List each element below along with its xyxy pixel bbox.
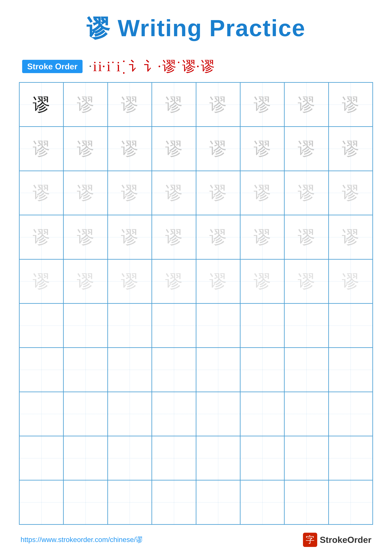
grid-cell-2-7: 谬	[328, 171, 373, 215]
grid-cell-0-6: 谬	[284, 82, 328, 127]
cell-char-3-1: 谬	[77, 228, 94, 246]
grid-cell-5-0	[19, 303, 64, 348]
logo-text: StrokeOrder	[320, 535, 371, 545]
grid-cell-4-7: 谬	[328, 259, 373, 303]
grid-cell-7-2	[108, 392, 152, 436]
cell-char-2-7: 谬	[342, 184, 359, 202]
grid-cell-9-7	[328, 480, 373, 524]
grid-cell-6-1	[64, 348, 107, 392]
grid-cell-6-3	[152, 348, 196, 392]
cell-char-0-2: 谬	[121, 96, 138, 113]
stroke-8: 谬˙	[162, 57, 181, 76]
stroke-4: i˙	[107, 58, 115, 74]
grid-cell-9-1	[64, 480, 107, 524]
cell-char-0-6: 谬	[298, 96, 315, 113]
cell-char-3-6: 谬	[298, 228, 315, 246]
cell-char-1-4: 谬	[209, 140, 227, 157]
grid-cell-3-7: 谬	[328, 215, 373, 259]
grid-cell-6-0	[19, 348, 64, 392]
grid-cell-8-7	[328, 436, 373, 480]
stroke-9: 谬·	[182, 57, 200, 76]
grid-cell-4-0: 谬	[19, 259, 64, 303]
grid-cell-1-2: 谬	[108, 127, 152, 171]
grid-cell-1-0: 谬	[19, 127, 64, 171]
grid-cell-0-7: 谬	[328, 82, 373, 127]
grid-cell-9-3	[152, 480, 196, 524]
grid-cell-3-1: 谬	[64, 215, 107, 259]
grid-cell-0-5: 谬	[240, 82, 284, 127]
grid-cell-5-5	[240, 303, 284, 348]
grid-cell-8-2	[108, 436, 152, 480]
grid-cell-9-5	[240, 480, 284, 524]
cell-char-4-6: 谬	[298, 273, 315, 290]
grid-cell-0-2: 谬	[108, 82, 152, 127]
cell-char-3-3: 谬	[165, 228, 183, 246]
practice-grid: 谬谬谬谬谬谬谬谬谬谬谬谬谬谬谬谬谬谬谬谬谬谬谬谬谬谬谬谬谬谬谬谬谬谬谬谬谬谬谬谬	[19, 82, 373, 525]
grid-cell-9-4	[196, 480, 240, 524]
grid-cell-6-4	[196, 348, 240, 392]
cell-char-3-4: 谬	[209, 228, 227, 246]
grid-cell-5-3	[152, 303, 196, 348]
grid-cell-5-7	[328, 303, 373, 348]
grid-cell-7-4	[196, 392, 240, 436]
stroke-1: ·	[89, 60, 92, 73]
grid-cell-1-5: 谬	[240, 127, 284, 171]
cell-char-3-2: 谬	[121, 228, 138, 246]
cell-char-2-1: 谬	[77, 184, 94, 202]
grid-cell-4-3: 谬	[152, 259, 196, 303]
grid-cell-4-5: 谬	[240, 259, 284, 303]
grid-cell-3-0: 谬	[19, 215, 64, 259]
cell-char-2-6: 谬	[298, 184, 315, 202]
cell-char-2-5: 谬	[254, 184, 271, 202]
grid-cell-5-6	[284, 303, 328, 348]
cell-char-1-0: 谬	[33, 140, 50, 157]
grid-cell-3-2: 谬	[108, 215, 152, 259]
stroke-order-row: Stroke Order · i i· i˙ i˙̣ 讠 讠· 谬˙ 谬· 谬	[19, 57, 373, 76]
grid-cell-2-1: 谬	[64, 171, 107, 215]
grid-cell-4-1: 谬	[64, 259, 107, 303]
stroke-2: i	[93, 58, 97, 74]
grid-cell-8-1	[64, 436, 107, 480]
cell-char-1-3: 谬	[165, 140, 183, 157]
cell-char-3-5: 谬	[254, 228, 271, 246]
grid-cell-3-3: 谬	[152, 215, 196, 259]
grid-cell-1-7: 谬	[328, 127, 373, 171]
cell-char-0-3: 谬	[165, 96, 183, 113]
grid-cell-4-6: 谬	[284, 259, 328, 303]
page-title: 谬 Writing Practice	[86, 13, 306, 44]
stroke-3: i·	[98, 58, 105, 74]
cell-char-2-0: 谬	[33, 184, 50, 202]
cell-char-0-5: 谬	[254, 96, 271, 113]
cell-char-4-2: 谬	[121, 273, 138, 290]
stroke-order-chars: · i i· i˙ i˙̣ 讠 讠· 谬˙ 谬· 谬	[89, 57, 215, 76]
cell-char-1-7: 谬	[342, 140, 359, 157]
grid-cell-7-1	[64, 392, 107, 436]
footer-logo: 字 StrokeOrder	[303, 533, 371, 547]
footer-url: https://www.strokeorder.com/chinese/谬	[21, 535, 143, 544]
grid-cell-1-3: 谬	[152, 127, 196, 171]
grid-cell-8-4	[196, 436, 240, 480]
grid-cell-8-6	[284, 436, 328, 480]
cell-char-0-7: 谬	[342, 96, 359, 113]
stroke-order-badge: Stroke Order	[22, 60, 83, 73]
grid-cell-0-0: 谬	[19, 82, 64, 127]
grid-cell-7-6	[284, 392, 328, 436]
grid-cell-6-6	[284, 348, 328, 392]
grid-cell-2-6: 谬	[284, 171, 328, 215]
grid-cell-5-2	[108, 303, 152, 348]
grid-cell-3-6: 谬	[284, 215, 328, 259]
cell-char-4-4: 谬	[209, 273, 227, 290]
cell-char-0-1: 谬	[77, 96, 94, 113]
grid-cell-3-5: 谬	[240, 215, 284, 259]
logo-icon: 字	[303, 533, 317, 547]
cell-char-4-0: 谬	[33, 273, 50, 290]
cell-char-4-5: 谬	[254, 273, 271, 290]
grid-cell-2-3: 谬	[152, 171, 196, 215]
stroke-5: i˙̣	[117, 58, 127, 74]
grid-cell-5-1	[64, 303, 107, 348]
cell-char-1-1: 谬	[77, 140, 94, 157]
grid-cell-8-5	[240, 436, 284, 480]
grid-cell-1-1: 谬	[64, 127, 107, 171]
grid-cell-0-1: 谬	[64, 82, 107, 127]
cell-char-2-4: 谬	[209, 184, 227, 202]
